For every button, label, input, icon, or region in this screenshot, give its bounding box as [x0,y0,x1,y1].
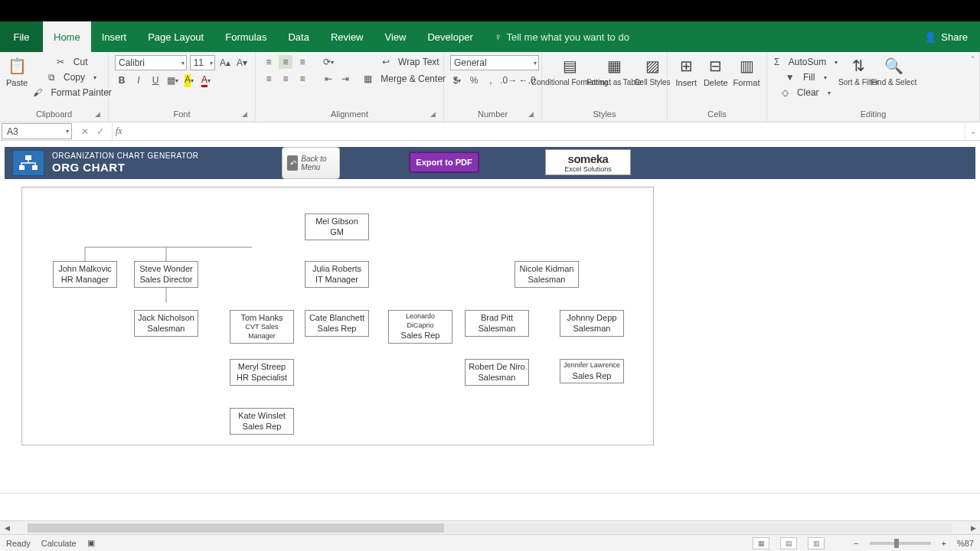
insert-cells-button[interactable]: ⊞Insert [674,55,699,87]
worksheet-area[interactable]: ORGANIZATION CHART GENERATOR ORG CHART ↶… [0,141,980,493]
normal-view-button[interactable]: ▦ [753,537,769,549]
zoom-handle[interactable] [894,539,899,548]
tab-view[interactable]: View [374,21,417,52]
format-as-table-button[interactable]: ▦Format as Table [596,55,632,86]
align-center-button[interactable]: ≡ [279,72,292,86]
clear-button[interactable]: ◇ Clear ▾ [773,86,838,99]
decrease-font-button[interactable]: A▾ [235,56,249,70]
accounting-button[interactable]: $▾ [450,73,464,87]
decrease-indent-button[interactable]: ⇤ [322,72,335,86]
status-calculate[interactable]: Calculate [41,539,77,548]
percent-button[interactable]: % [467,73,481,87]
org-node[interactable]: Brad PittSalesman [465,310,529,337]
svg-rect-2 [32,165,38,170]
number-format-select[interactable]: General▾ [450,55,539,70]
italic-button[interactable]: I [132,73,145,87]
page-layout-view-button[interactable]: ▤ [780,537,797,549]
zoom-level[interactable]: %87 [957,539,974,548]
node-name: Kate Winslet [234,410,290,421]
delete-cells-button[interactable]: ⊟Delete [704,55,729,87]
cut-button[interactable]: ✂ Cut [32,55,113,69]
dialog-launcher-icon[interactable]: ◢ [528,110,534,118]
scroll-right-button[interactable]: ▶ [966,524,980,532]
alignment-group-label: Alignment [331,109,368,119]
org-node[interactable]: Nicole KidmanSalesman [514,261,579,288]
styles-group-label: Styles [593,109,616,119]
tab-file[interactable]: File [0,21,43,52]
fill-color-button[interactable]: A▾ [182,73,196,87]
tab-home[interactable]: Home [43,21,91,52]
align-bottom-button[interactable]: ≡ [296,55,309,69]
conditional-formatting-button[interactable]: ▤Conditional Formatting [548,55,591,86]
align-middle-button[interactable]: ≡ [279,55,292,69]
tab-insert[interactable]: Insert [91,21,138,52]
align-left-button[interactable]: ≡ [262,72,276,86]
sort-filter-button[interactable]: ⇅Sort & Filter [843,55,874,99]
org-node[interactable]: Johnny DeppSalesman [560,310,624,337]
scroll-thumb[interactable] [28,523,444,533]
org-node[interactable]: Meryl StreepHR Specialist [230,359,294,386]
tell-me[interactable]: ♀ Tell me what you want to do [484,21,913,52]
tab-formulas[interactable]: Formulas [214,21,277,52]
increase-decimal-button[interactable]: .0→ [501,73,517,87]
comma-button[interactable]: , [484,73,498,87]
cell-styles-button[interactable]: ▨Cell Styles [637,55,668,86]
find-select-button[interactable]: 🔍Find & Select [878,55,909,99]
name-box[interactable]: A3▾ [2,123,72,139]
org-node[interactable]: Jennifer LawrenceSales Rep [560,359,624,383]
tab-developer[interactable]: Developer [416,21,483,52]
autosum-button[interactable]: Σ AutoSum ▾ [773,55,838,69]
dialog-launcher-icon[interactable]: ◢ [95,110,100,118]
enter-formula-button[interactable]: ✓ [96,126,104,137]
paste-button[interactable]: 📋 Paste [6,55,28,99]
tab-page-layout[interactable]: Page Layout [137,21,214,52]
org-node[interactable]: Cate BlanchettSales Rep [305,310,369,337]
orientation-button[interactable]: ⟳▾ [322,55,335,69]
font-name-select[interactable]: Calibri▾ [115,55,187,70]
macro-record-icon[interactable]: ▣ [87,538,95,548]
increase-indent-button[interactable]: ⇥ [338,72,352,86]
zoom-out-button[interactable]: − [854,539,858,548]
zoom-slider[interactable] [870,542,931,545]
align-top-button[interactable]: ≡ [262,55,276,69]
svg-rect-1 [19,165,24,170]
horizontal-scrollbar[interactable]: ◀ ▶ [0,520,980,534]
format-cells-button[interactable]: ▥Format [733,55,760,87]
dialog-launcher-icon[interactable]: ◢ [242,110,247,118]
increase-font-button[interactable]: A▴ [218,56,232,70]
bold-button[interactable]: B [115,73,129,87]
zoom-in-button[interactable]: + [942,539,946,548]
page-break-view-button[interactable]: ▥ [808,537,825,549]
org-node[interactable]: Leonardo DiCaprioSales Rep [388,310,452,344]
scroll-left-button[interactable]: ◀ [0,524,14,532]
org-node[interactable]: Robert De NiroSalesman [465,359,529,386]
collapse-ribbon-button[interactable]: ˄ [971,55,975,64]
borders-button[interactable]: ▦▾ [165,73,179,87]
format-painter-button[interactable]: 🖌 Format Painter [32,86,113,99]
org-node[interactable]: John MalkovicHR Manager [53,261,117,288]
formula-input[interactable] [126,122,965,140]
align-right-button[interactable]: ≡ [296,72,309,86]
org-node[interactable]: Julia RobertsIT Manager [305,261,369,288]
copy-button[interactable]: ⧉ Copy ▾ [32,70,113,84]
cancel-formula-button[interactable]: ✕ [81,126,89,137]
org-node[interactable]: Mel GibsonGM [305,214,369,240]
dialog-launcher-icon[interactable]: ◢ [430,110,436,118]
org-node[interactable]: Jack NicholsonSalesman [134,310,198,337]
expand-formula-bar-button[interactable]: ⌄ [965,122,980,140]
scroll-track[interactable] [28,523,952,533]
fx-icon[interactable]: fx [113,122,126,140]
share-button[interactable]: 👤 Share [912,21,980,52]
fill-button[interactable]: ▼ Fill ▾ [773,70,838,84]
tab-data[interactable]: Data [277,21,319,52]
back-to-menu-button[interactable]: ↶ Back to Menu [282,147,340,179]
underline-button[interactable]: U [149,73,162,87]
font-color-button[interactable]: A▾ [199,73,213,87]
org-node[interactable]: Kate WinsletSales Rep [230,408,294,435]
tab-review[interactable]: Review [320,21,374,52]
font-size-select[interactable]: 11▾ [190,55,215,70]
org-node[interactable]: Steve WonderSales Director [134,261,198,288]
export-pdf-button[interactable]: Export to PDF [409,152,479,173]
org-node[interactable]: Tom HanksCVT Sales Manager [230,310,294,344]
merge-label: Merge & Center [381,73,446,84]
